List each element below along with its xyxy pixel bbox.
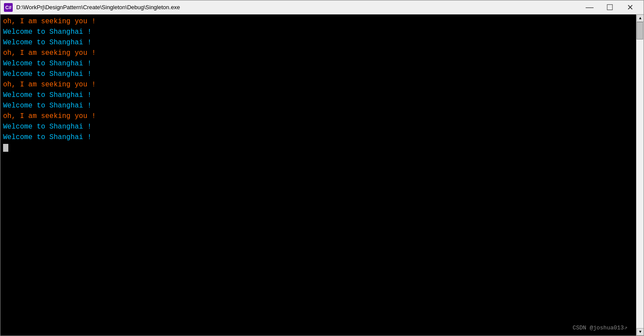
console-line: oh, I am seeking you ! bbox=[3, 111, 633, 122]
app-icon: C# bbox=[4, 3, 13, 12]
console-line: Welcome to Shanghai ! bbox=[3, 90, 633, 100]
console-line: Welcome to Shanghai ! bbox=[3, 58, 633, 69]
console-line: Welcome to Shanghai ! bbox=[3, 122, 633, 132]
scroll-down-button[interactable]: ▼ bbox=[637, 328, 644, 336]
console-window: C# D:\WorkPrj\DesignPattern\Create\Singl… bbox=[0, 0, 644, 336]
scrollbar-thumb[interactable] bbox=[637, 22, 643, 39]
cursor-block bbox=[3, 144, 8, 152]
console-line: Welcome to Shanghai ! bbox=[3, 27, 633, 37]
scroll-up-button[interactable]: ▲ bbox=[637, 14, 644, 22]
title-bar: C# D:\WorkPrj\DesignPattern\Create\Singl… bbox=[0, 0, 644, 14]
cursor-line bbox=[3, 143, 633, 153]
window-controls: — ☐ ✕ bbox=[580, 0, 640, 14]
console-line: oh, I am seeking you ! bbox=[3, 48, 633, 58]
window-title: D:\WorkPrj\DesignPattern\Create\Singleto… bbox=[16, 4, 580, 11]
console-output: oh, I am seeking you !Welcome to Shangha… bbox=[0, 14, 636, 336]
scrollbar-track-area bbox=[637, 22, 644, 328]
close-button[interactable]: ✕ bbox=[620, 0, 640, 14]
console-line: oh, I am seeking you ! bbox=[3, 16, 633, 27]
console-line: Welcome to Shanghai ! bbox=[3, 100, 633, 111]
watermark: CSDN @joshua013⇗ bbox=[572, 324, 627, 331]
console-line: Welcome to Shanghai ! bbox=[3, 69, 633, 79]
console-line: Welcome to Shanghai ! bbox=[3, 37, 633, 48]
scrollbar[interactable]: ▲ ▼ bbox=[636, 14, 644, 336]
maximize-button[interactable]: ☐ bbox=[600, 0, 620, 14]
console-line: Welcome to Shanghai ! bbox=[3, 132, 633, 143]
console-line: oh, I am seeking you ! bbox=[3, 79, 633, 90]
console-area: oh, I am seeking you !Welcome to Shangha… bbox=[0, 14, 644, 336]
minimize-button[interactable]: — bbox=[580, 0, 600, 14]
